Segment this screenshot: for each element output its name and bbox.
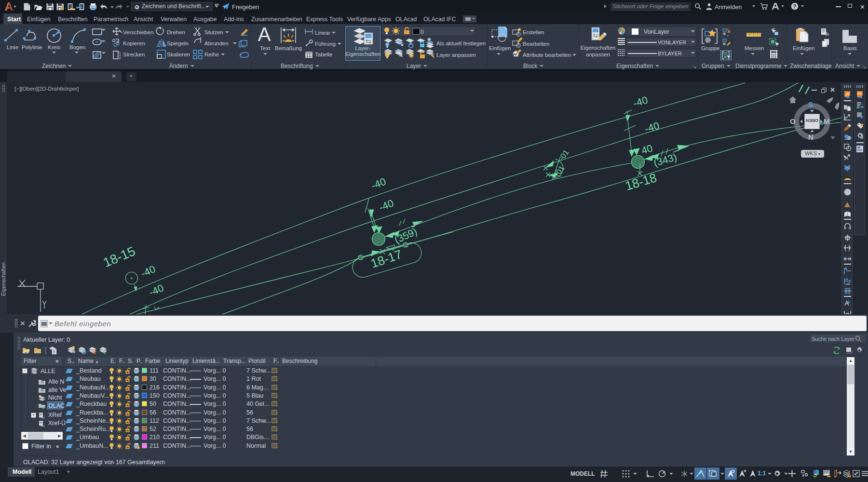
svg-text:?: ? xyxy=(793,3,796,9)
svg-text:IFC: IFC xyxy=(857,92,862,95)
